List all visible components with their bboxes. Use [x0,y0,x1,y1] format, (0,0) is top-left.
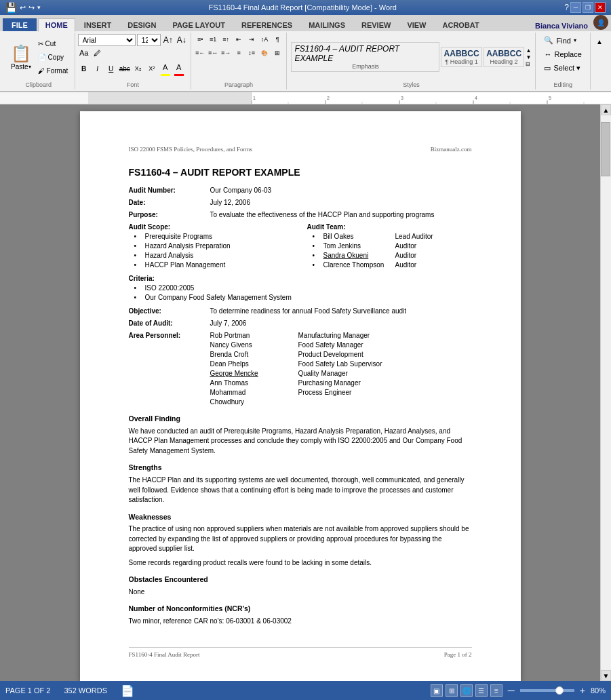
svg-text:5: 5 [549,96,551,100]
strikethrough-button[interactable]: abc [119,62,131,75]
weaknesses-body-2: Some records regarding product recalls w… [129,558,472,568]
audit-number-value: Our Company 06-03 [210,186,472,195]
bold-button[interactable]: B [78,62,90,75]
zoom-plus-button[interactable]: + [580,685,585,696]
zoom-thumb[interactable] [555,686,564,695]
scope-item-3: • Hazard Analysis [129,251,294,260]
page-footer: FS1160-4 Final Audit Report Page 1 of 2 [129,647,472,659]
highlight-button[interactable]: A [159,61,172,73]
justify-button[interactable]: ≡ [233,47,245,58]
paste-button[interactable]: 📋 Paste ▾ [6,41,36,74]
multilevel-list-button[interactable]: ≡↑ [220,34,232,45]
date-of-audit-field: Date of Audit: July 7, 2006 [129,319,472,328]
web-layout-button[interactable]: 🌐 [460,684,473,697]
audit-scope-col: Audit Scope: • Prerequisite Programs • H… [129,222,294,270]
zoom-slider[interactable] [520,689,574,692]
collapse-ribbon-button[interactable]: ▲ [593,35,606,47]
tab-page-layout[interactable]: PAGE LAYOUT [165,18,233,31]
style-heading2[interactable]: AABBCC Heading 2 [484,47,525,67]
footer-left: FS1160-4 Final Audit Report [129,650,200,659]
font-case-button[interactable]: Aa [78,47,90,59]
align-right-button[interactable]: ≡→ [220,47,232,58]
replace-button[interactable]: ↔ Replace [539,48,586,60]
line-spacing-button[interactable]: ↕≡ [245,47,258,58]
styles-scroll[interactable]: ▲ ▼ ⊟ [526,47,531,67]
shading-button[interactable]: 🎨 [258,47,271,58]
tab-references[interactable]: REFERENCES [234,18,300,31]
clipboard-label: Clipboard [26,80,52,88]
criteria-item-2: • Our Company Food Safety Management Sys… [129,293,472,303]
increase-font-button[interactable]: A↑ [162,34,174,46]
font-name-select[interactable]: Arial [78,34,136,46]
scroll-thumb[interactable] [601,122,610,176]
format-painter-button[interactable]: 🖌 Format [37,64,71,77]
personnel-row-6: Ann Thomas Purchasing Manager [210,378,382,388]
paste-icon: 📋 [11,44,31,63]
tab-bar: FILE HOME INSERT DESIGN PAGE LAYOUT REFE… [0,15,611,31]
quick-access-redo[interactable]: ↪ [28,3,35,12]
objective-value: To determine readiness for annual Food S… [210,307,472,316]
personnel-row-1: Rob Portman Manufacturing Manager [210,331,382,341]
tab-mailings[interactable]: MAILINGS [301,18,353,31]
decrease-font-button[interactable]: A↓ [176,34,188,46]
vertical-scrollbar[interactable]: ▲ ▼ [600,104,611,681]
scroll-track[interactable] [601,115,611,670]
ncr-body: Two minor, reference CAR no's: 06-03001 … [129,617,472,627]
styles-label: Styles [403,80,420,88]
personnel-row-2: Nancy Givens Food Safety Manager [210,341,382,350]
help-icon[interactable]: ? [564,3,569,12]
border-button[interactable]: ⊞ [271,47,283,58]
increase-indent-button[interactable]: ⇥ [245,34,258,45]
font-color-button[interactable]: A [173,61,185,73]
date-value: July 12, 2006 [210,198,472,208]
draft-view-button[interactable]: ≡ [490,684,502,697]
objective-field: Objective: To determine readiness for an… [129,307,472,316]
superscript-button[interactable]: X² [146,62,158,75]
scroll-up-button[interactable]: ▲ [601,104,611,115]
tab-view[interactable]: VIEW [399,18,433,31]
close-button[interactable]: ✕ [595,2,606,13]
document-title: FS1160-4 – AUDIT REPORT EXAMPLE [129,166,472,180]
select-button[interactable]: ▭ Select ▾ [539,62,585,75]
tab-acrobat[interactable]: ACROBAT [435,18,487,31]
bullet-list-button[interactable]: ≡• [194,34,206,45]
cut-button[interactable]: ✂ Cut [37,37,71,50]
tab-design[interactable]: DESIGN [120,18,163,31]
minimize-button[interactable]: ─ [570,2,581,13]
tab-home[interactable]: HOME [38,18,75,32]
scroll-down-button[interactable]: ▼ [601,670,611,681]
full-reading-button[interactable]: ⊞ [446,684,458,697]
decrease-indent-button[interactable]: ⇤ [233,34,245,45]
paragraph-group: ≡• ≡1 ≡↑ ⇤ ⇥ ↕A ¶ ≡← ≡↔ ≡→ ≡ ↕≡ 🎨 ⊞ [191,33,288,90]
restore-button[interactable]: ❐ [583,2,593,13]
subscript-button[interactable]: X₂ [132,62,144,75]
italic-button[interactable]: I [92,62,104,75]
replace-icon: ↔ [544,50,551,58]
show-marks-button[interactable]: ¶ [271,34,283,45]
clear-format-button[interactable]: 🖉 [92,47,104,59]
zoom-minus-button[interactable]: ─ [508,685,515,696]
document-area[interactable]: ISO 22000 FSMS Policies, Procedures, and… [0,104,600,681]
scope-item-2: • Hazard Analysis Preparation [129,241,294,251]
style-emphasis[interactable]: FS1160-4 – AUDIT REPORT EXAMPLE Emphasis [291,42,439,72]
style-heading1[interactable]: AABBCC ¶ Heading 1 [441,47,482,67]
align-center-button[interactable]: ≡↔ [207,47,219,58]
print-layout-button[interactable]: ▣ [431,684,443,697]
sort-button[interactable]: ↕A [258,34,271,45]
align-left-button[interactable]: ≡← [194,47,206,58]
zoom-level: 80% [591,686,606,695]
underline-button[interactable]: U [105,62,117,75]
outline-view-button[interactable]: ☰ [475,684,488,697]
quick-access-undo[interactable]: ↩ [20,3,26,12]
svg-text:3: 3 [401,96,403,100]
numbered-list-button[interactable]: ≡1 [207,34,219,45]
scope-item-1: • Prerequisite Programs [129,232,294,241]
tab-insert[interactable]: INSERT [77,18,119,31]
copy-button[interactable]: 📄 Copy [37,51,71,63]
find-button[interactable]: 🔍 Find ▾ [539,34,580,47]
tab-review[interactable]: REVIEW [354,18,398,31]
font-label: Font [127,80,139,88]
font-size-select[interactable]: 12 [137,34,161,46]
audit-number-field: Audit Number: Our Company 06-03 [129,186,472,195]
tab-file[interactable]: FILE [3,18,37,31]
